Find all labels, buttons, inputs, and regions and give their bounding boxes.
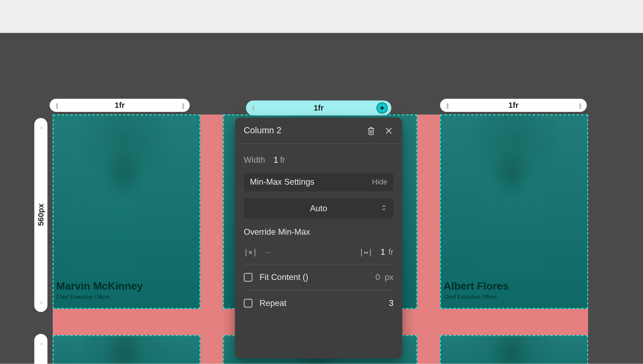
card-person-name: Albert Flores [444,280,509,292]
drag-grip-icon: = [39,299,42,306]
column-size-label: 1fr [254,103,383,112]
drag-grip-icon: || [579,102,581,109]
drag-grip-icon: = [39,340,42,347]
min-width-value[interactable]: -- [265,248,271,257]
max-width-icon: |↔| [359,248,373,257]
width-unit[interactable]: fr [280,155,285,165]
minmax-toggle[interactable]: Hide [372,178,387,187]
close-icon [384,126,393,135]
override-minmax-label: Override Min-Max [244,227,394,237]
card-person-name: Marvin McKinney [56,280,143,292]
popup-header: Column 2 [235,117,402,144]
column-size-label: 1fr [57,101,182,110]
close-button[interactable] [384,126,394,135]
fit-content-checkbox[interactable] [244,273,253,282]
grid-cell[interactable] [440,335,588,364]
row-size-label: 560px [36,204,45,226]
minmax-section-header[interactable]: Min-Max Settings Hide [244,173,394,191]
design-canvas[interactable]: Marvin McKinney Chief Executive Officer … [0,33,643,364]
fit-content-value[interactable]: 0 [375,272,380,282]
max-width-unit[interactable]: fr [388,248,394,257]
width-label: Width [244,155,271,165]
column-size-pill-3[interactable]: || 1fr || [440,99,587,112]
app-top-bar [0,0,643,33]
drag-grip-icon: = [39,124,42,131]
min-width-icon: |×| [244,248,257,257]
drag-grip-icon: || [182,102,184,109]
column-size-pill-1[interactable]: || 1fr || [50,99,190,112]
popup-title: Column 2 [244,126,281,136]
add-column-button[interactable]: + [376,102,388,114]
minmax-mode-select[interactable]: Auto [244,198,394,218]
delete-button[interactable] [366,126,376,135]
stepper-icon [381,204,387,213]
minmax-section-label: Min-Max Settings [250,177,315,187]
row-size-pill-1[interactable]: = 560px = [34,118,47,312]
column-size-label: 1fr [448,101,579,110]
column-size-pill-2[interactable]: || 1fr || + [246,100,391,115]
repeat-label: Repeat [260,298,382,308]
fit-content-label: Fit Content () [260,272,368,282]
card-person-role: Chief Executive Officer [444,294,497,300]
grid-cell[interactable]: Marvin McKinney Chief Executive Officer [53,115,200,309]
repeat-value[interactable]: 3 [389,298,393,308]
repeat-checkbox[interactable] [244,299,253,308]
minmax-mode-value: Auto [310,204,327,213]
grid-cell[interactable] [53,335,200,364]
fit-content-unit[interactable]: px [385,272,394,282]
trash-icon [367,126,376,135]
grid-cell[interactable]: Albert Flores Chief Executive Officer [440,115,588,309]
card-person-role: Chief Executive Officer [56,294,110,300]
row-size-pill-2[interactable]: = [34,334,47,364]
max-width-value[interactable]: 1 [381,248,385,257]
width-value[interactable]: 1 [274,155,278,165]
column-settings-popup: Column 2 Width 1 fr Min-Max S [235,117,402,358]
